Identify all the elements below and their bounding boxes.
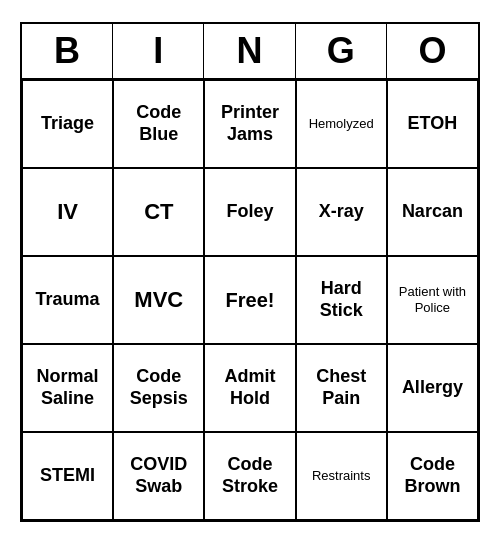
bingo-cell-0: Triage (22, 80, 113, 168)
bingo-cell-7: Foley (204, 168, 295, 256)
bingo-cell-21: COVID Swab (113, 432, 204, 520)
bingo-cell-12: Free! (204, 256, 295, 344)
bingo-cell-24: Code Brown (387, 432, 478, 520)
bingo-cell-11: MVC (113, 256, 204, 344)
bingo-cell-17: Admit Hold (204, 344, 295, 432)
bingo-cell-22: Code Stroke (204, 432, 295, 520)
bingo-cell-3: Hemolyzed (296, 80, 387, 168)
bingo-cell-6: CT (113, 168, 204, 256)
header-letter-g: G (296, 24, 387, 78)
bingo-cell-15: Normal Saline (22, 344, 113, 432)
bingo-cell-5: IV (22, 168, 113, 256)
bingo-cell-16: Code Sepsis (113, 344, 204, 432)
bingo-cell-13: Hard Stick (296, 256, 387, 344)
bingo-header: BINGO (22, 24, 478, 80)
bingo-cell-4: ETOH (387, 80, 478, 168)
bingo-grid: TriageCode BluePrinter JamsHemolyzedETOH… (22, 80, 478, 520)
bingo-card: BINGO TriageCode BluePrinter JamsHemolyz… (20, 22, 480, 522)
bingo-cell-1: Code Blue (113, 80, 204, 168)
bingo-cell-14: Patient with Police (387, 256, 478, 344)
bingo-cell-18: Chest Pain (296, 344, 387, 432)
bingo-cell-10: Trauma (22, 256, 113, 344)
bingo-cell-23: Restraints (296, 432, 387, 520)
header-letter-o: O (387, 24, 478, 78)
bingo-cell-8: X-ray (296, 168, 387, 256)
bingo-cell-20: STEMI (22, 432, 113, 520)
header-letter-n: N (204, 24, 295, 78)
bingo-cell-9: Narcan (387, 168, 478, 256)
header-letter-i: I (113, 24, 204, 78)
bingo-cell-2: Printer Jams (204, 80, 295, 168)
header-letter-b: B (22, 24, 113, 78)
bingo-cell-19: Allergy (387, 344, 478, 432)
